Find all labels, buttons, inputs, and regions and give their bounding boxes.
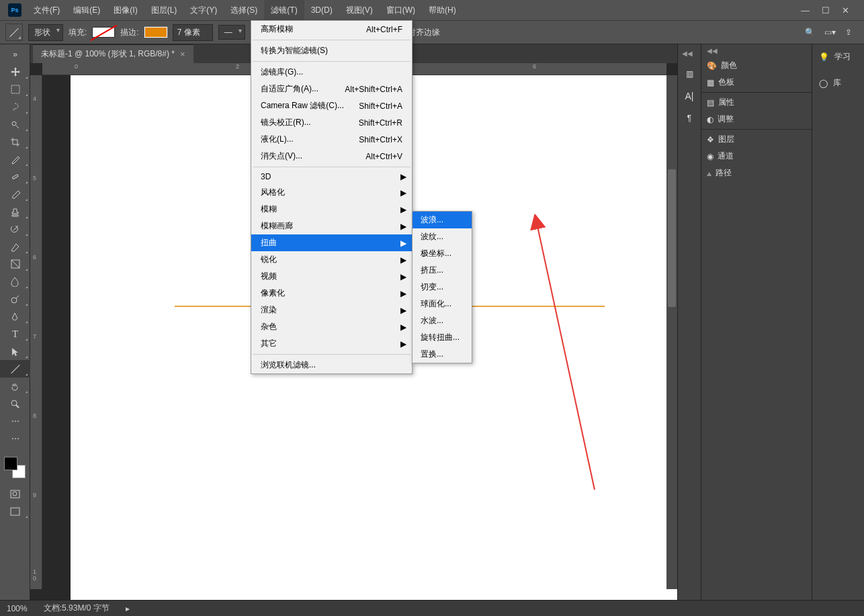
menu-adaptive-wide[interactable]: 自适应广角(A)...Alt+Shift+Ctrl+A <box>251 81 412 97</box>
menu-edit[interactable]: 编辑(E) <box>67 0 107 20</box>
crop-tool[interactable] <box>0 133 30 150</box>
menu-other[interactable]: 其它▶ <box>251 335 412 352</box>
close-tab-icon[interactable]: × <box>180 49 185 59</box>
marquee-tool[interactable] <box>0 81 30 98</box>
menu-liquify[interactable]: 液化(L)...Shift+Ctrl+X <box>251 131 412 148</box>
paragraph-panel-icon[interactable]: ¶ <box>687 114 691 123</box>
dodge-tool[interactable] <box>0 290 30 308</box>
stroke-swatch[interactable] <box>144 27 167 38</box>
panel-adjustments[interactable]: ◐调整 <box>701 111 812 128</box>
zoom-tool[interactable] <box>0 395 30 412</box>
maximize-button[interactable]: ☐ <box>822 5 830 15</box>
foreground-color[interactable] <box>4 457 17 470</box>
menu-help[interactable]: 帮助(H) <box>422 0 463 20</box>
menu-type[interactable]: 文字(Y) <box>183 0 224 20</box>
collapse-icon[interactable]: ◀◀ <box>678 50 693 57</box>
submenu-twirl[interactable]: 旋转扭曲... <box>413 329 472 346</box>
quick-select-tool[interactable] <box>0 116 30 133</box>
panel-icon[interactable]: ▥ <box>686 69 693 79</box>
color-swatches[interactable] <box>4 457 26 478</box>
menu-blur[interactable]: 模糊▶ <box>251 201 412 218</box>
minimize-button[interactable]: — <box>801 5 810 15</box>
search-icon[interactable]: 🔍 <box>805 28 815 37</box>
eyedropper-tool[interactable] <box>0 150 30 168</box>
panel-channels[interactable]: ◉通道 <box>701 148 812 165</box>
panel-learn[interactable]: 💡学习 <box>812 47 864 67</box>
menu-sharpen[interactable]: 锐化▶ <box>251 251 412 268</box>
menu-lens-correction[interactable]: 镜头校正(R)...Shift+Ctrl+R <box>251 114 412 131</box>
panel-layers[interactable]: ❖图层 <box>701 131 812 148</box>
ruler-vertical[interactable]: 4 5 6 7 8 9 1 0 <box>30 75 42 589</box>
fill-swatch[interactable] <box>92 27 115 38</box>
blur-tool[interactable] <box>0 273 30 290</box>
menu-camera-raw[interactable]: Camera Raw 滤镜(C)...Shift+Ctrl+A <box>251 97 412 114</box>
lasso-tool[interactable] <box>0 98 30 116</box>
stroke-style-select[interactable]: — <box>218 25 245 40</box>
stroke-width-input[interactable]: 7 像素 <box>173 24 213 41</box>
panel-paths[interactable]: ⟁路径 <box>701 165 812 181</box>
path-select-tool[interactable] <box>0 343 30 360</box>
quickmask-icon[interactable] <box>0 485 30 502</box>
menu-vanishing-point[interactable]: 消失点(V)...Alt+Ctrl+V <box>251 148 412 165</box>
frame-icon[interactable]: ▭▾ <box>824 28 836 37</box>
menu-render[interactable]: 渲染▶ <box>251 302 412 318</box>
type-tool[interactable]: T <box>0 325 30 343</box>
menu-filter[interactable]: 滤镜(T) <box>264 0 304 20</box>
menu-video[interactable]: 视频▶ <box>251 268 412 285</box>
character-panel-icon[interactable]: A| <box>685 91 694 101</box>
expand-tools-icon[interactable]: » <box>0 46 30 63</box>
zoom-level[interactable]: 100% <box>7 604 28 613</box>
panel-color[interactable]: 🎨颜色 <box>701 57 812 74</box>
tools-more-icon[interactable]: ⋯ <box>0 412 30 430</box>
menu-window[interactable]: 窗口(W) <box>380 0 422 20</box>
menu-pixelate[interactable]: 像素化▶ <box>251 285 412 302</box>
submenu-wave[interactable]: 波浪... <box>413 212 472 228</box>
document-tab[interactable]: 未标题-1 @ 100% (形状 1, RGB/8#) * × <box>33 44 193 63</box>
tool-preset-picker[interactable] <box>5 24 23 41</box>
submenu-displace[interactable]: 置换... <box>413 346 472 363</box>
submenu-ripple[interactable]: 波纹... <box>413 228 472 245</box>
menu-3d[interactable]: 3D▶ <box>251 169 412 184</box>
collapse-icon[interactable]: ◀◀ <box>701 44 812 57</box>
menu-file[interactable]: 文件(F) <box>27 0 67 20</box>
pen-tool[interactable] <box>0 308 30 325</box>
menu-3d[interactable]: 3D(D) <box>304 0 339 20</box>
panel-properties[interactable]: ▤属性 <box>701 94 812 111</box>
menu-view[interactable]: 视图(V) <box>339 0 380 20</box>
submenu-polar[interactable]: 极坐标... <box>413 245 472 262</box>
eraser-tool[interactable] <box>0 238 30 255</box>
status-dropdown-icon[interactable]: ▸ <box>126 604 130 613</box>
brush-tool[interactable] <box>0 185 30 203</box>
menu-filter-gallery[interactable]: 滤镜库(G)... <box>251 64 412 81</box>
panel-libraries[interactable]: ◯库 <box>812 73 864 93</box>
share-icon[interactable]: ⇪ <box>845 28 852 37</box>
menu-noise[interactable]: 杂色▶ <box>251 318 412 335</box>
menu-image[interactable]: 图像(I) <box>107 0 144 20</box>
close-button[interactable]: ✕ <box>842 5 849 15</box>
gradient-tool[interactable] <box>0 255 30 273</box>
panel-swatches[interactable]: ▦色板 <box>701 74 812 91</box>
scrollbar-vertical[interactable] <box>666 75 677 589</box>
screenmode-icon[interactable] <box>0 502 30 520</box>
healing-tool[interactable] <box>0 168 30 185</box>
tool-mode-select[interactable]: 形状 <box>28 24 63 41</box>
submenu-pinch[interactable]: 挤压... <box>413 262 472 279</box>
history-brush-tool[interactable] <box>0 220 30 238</box>
menu-convert-smart[interactable]: 转换为智能滤镜(S) <box>251 42 412 59</box>
submenu-zigzag[interactable]: 水波... <box>413 312 472 329</box>
menu-stylize[interactable]: 风格化▶ <box>251 184 412 201</box>
menu-browse-online[interactable]: 浏览联机滤镜... <box>251 357 412 373</box>
scrollbar-thumb[interactable] <box>668 169 676 307</box>
doc-info[interactable]: 文档:5.93M/0 字节 <box>44 603 110 614</box>
edit-toolbar-icon[interactable]: ⋯ <box>0 430 30 447</box>
stamp-tool[interactable] <box>0 203 30 220</box>
menu-distort[interactable]: 扭曲▶ <box>251 234 412 251</box>
menu-last-filter[interactable]: 高斯模糊 Alt+Ctrl+F <box>251 21 412 38</box>
menu-blur-gallery[interactable]: 模糊画廊▶ <box>251 218 412 234</box>
submenu-shear[interactable]: 切变... <box>413 279 472 296</box>
menu-select[interactable]: 选择(S) <box>224 0 264 20</box>
submenu-spherize[interactable]: 球面化... <box>413 296 472 312</box>
menu-layer[interactable]: 图层(L) <box>144 0 184 20</box>
move-tool[interactable] <box>0 63 30 81</box>
line-tool[interactable] <box>0 360 30 378</box>
